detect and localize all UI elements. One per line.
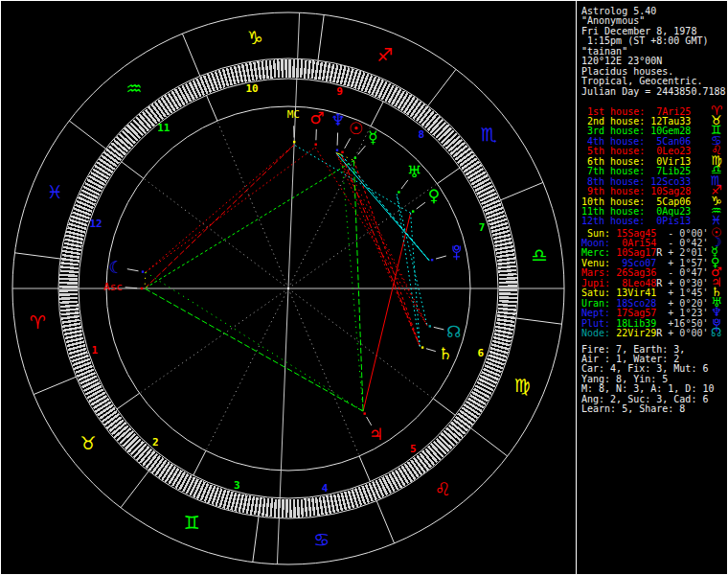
svg-text:☿: ☿ (368, 127, 377, 147)
svg-text:1: 1 (92, 344, 99, 356)
svg-text:6: 6 (478, 347, 485, 359)
planet-row: Venu: 9Sco07 + 1°57'♀ (581, 258, 708, 268)
svg-text:11: 11 (157, 122, 171, 134)
svg-text:☉: ☉ (349, 119, 363, 138)
planet-row: Uran: 18Sco28 + 0°20'♅ (581, 298, 708, 309)
house-row: 12th house: 0Pis13♓ (581, 216, 691, 226)
header-line: Tropical, Geocentric. (581, 76, 702, 86)
svg-text:4: 4 (322, 482, 329, 494)
svg-text:♐: ♐ (376, 44, 393, 65)
info-sidebar: Astrolog 5.40"Anonymous"Fri December 8, … (577, 1, 727, 574)
stat-line: Yang: 8, Yin: 5 (581, 374, 668, 384)
svg-text:♌: ♌ (434, 478, 450, 499)
svg-text:2: 2 (152, 436, 159, 448)
house-row: 5th house: 0Leo23♌ (581, 146, 691, 156)
planet-row: Jupi: 8Leo48R + 0°30'♃ (581, 278, 708, 288)
house-row: 6th house: 0Vir13♍ (581, 156, 691, 167)
house-row: 1st house: 7Ari25♈ (581, 106, 691, 117)
svg-text:8: 8 (418, 128, 424, 141)
planet-row: Plut: 18Lib39 +16°50' (581, 318, 708, 329)
svg-text:☊: ☊ (446, 322, 461, 341)
stat-line: Car: 4, Fix: 3, Mut: 6 (581, 363, 708, 374)
house-row: 11th house: 0Aqu23♒ (581, 206, 691, 217)
planet-row: Satu: 13Vir41 + 1°45'♄ (581, 288, 708, 298)
house-row: 9th house: 10Sag28♐ (581, 186, 691, 196)
house-row: 2nd house: 12Tau33♉ (581, 116, 691, 126)
svg-text:♀: ♀ (428, 186, 440, 205)
planet-row: Node: 22Vir29R + 0°00'☊ (581, 328, 708, 338)
svg-text:MC: MC (287, 108, 300, 121)
svg-text:7: 7 (479, 221, 486, 234)
svg-text:Asc: Asc (103, 281, 123, 293)
house-row: 7th house: 7Lib25♎ (581, 166, 691, 176)
svg-text:♊: ♊ (184, 512, 200, 533)
svg-text:♆: ♆ (330, 110, 345, 129)
svg-text:12: 12 (89, 218, 102, 230)
astrolog-window: ♈♉♊♋♌♍♎♏♐♑♒♓123456789101112☉☾☿♀♂♃♄♅♆☊Asc… (0, 0, 728, 575)
svg-text:♑: ♑ (247, 27, 263, 48)
header-line: 1:15pm (ST +8:00 GMT) (581, 35, 708, 46)
svg-text:♎: ♎ (531, 244, 547, 265)
svg-text:♅: ♅ (407, 162, 421, 181)
svg-text:♈: ♈ (30, 311, 46, 333)
svg-text:5: 5 (410, 443, 417, 455)
planet-row: Moon: 0Ari54 - 0°42'☽ (581, 238, 708, 248)
planet-row: Mars: 26Sag36 - 0°47'♂ (581, 267, 708, 278)
header-line: Fri December 8, 1978 (581, 26, 696, 36)
planet-row: Merc: 10Sag17R + 2°01'☿ (581, 247, 708, 258)
svg-text:9: 9 (336, 85, 343, 98)
house-row: 8th house: 12Sco33♏ (581, 176, 691, 187)
svg-text:♉: ♉ (80, 432, 96, 453)
header-line: Julian Day = 2443850.7188 (581, 86, 726, 97)
svg-text:♄: ♄ (438, 344, 452, 363)
house-row: 4th house: 5Can06♋ (581, 136, 691, 147)
svg-text:♋: ♋ (313, 529, 330, 550)
stat-line: Learn: 5, Share: 8 (581, 403, 685, 414)
svg-text:♍: ♍ (514, 375, 531, 396)
house-row: 3rd house: 10Gem28♊ (581, 126, 691, 136)
planet-icon: ☊ (711, 325, 722, 339)
planet-row: Nept: 17Sag57 + 1°23'♆ (581, 308, 708, 318)
planet-row: Sun: 15Sag45 - 0°00'☉ (581, 228, 708, 239)
chart-wheel: ♈♉♊♋♌♍♎♏♐♑♒♓123456789101112☉☾☿♀♂♃♄♅♆☊Asc… (1, 1, 576, 575)
svg-text:♒: ♒ (125, 78, 142, 99)
header-line: "Anonymous" (581, 15, 645, 26)
svg-text:♂: ♂ (309, 108, 324, 127)
stat-line: Air : 1, Water: 2 (581, 354, 679, 364)
stat-line: Ang: 2, Suc: 3, Cad: 6 (581, 394, 708, 404)
svg-text:♃: ♃ (369, 425, 383, 444)
stat-line: M: 8, N: 3, A: 1, D: 10 (581, 383, 714, 394)
svg-text:♓: ♓ (46, 181, 62, 202)
header-line: "tainan" (581, 46, 627, 57)
svg-text:♏: ♏ (481, 124, 497, 145)
header-line: Astrolog 5.40 (581, 6, 656, 16)
house-row: 10th house: 5Cap06♑ (581, 196, 691, 207)
svg-text:☾: ☾ (109, 258, 124, 277)
stat-line: Fire: 7, Earth: 3, (581, 344, 685, 355)
header-line: Placidus houses. (581, 66, 673, 77)
svg-text:3: 3 (234, 479, 240, 492)
header-line: 120°12E 23°00N (581, 56, 662, 66)
svg-text:10: 10 (245, 82, 258, 95)
